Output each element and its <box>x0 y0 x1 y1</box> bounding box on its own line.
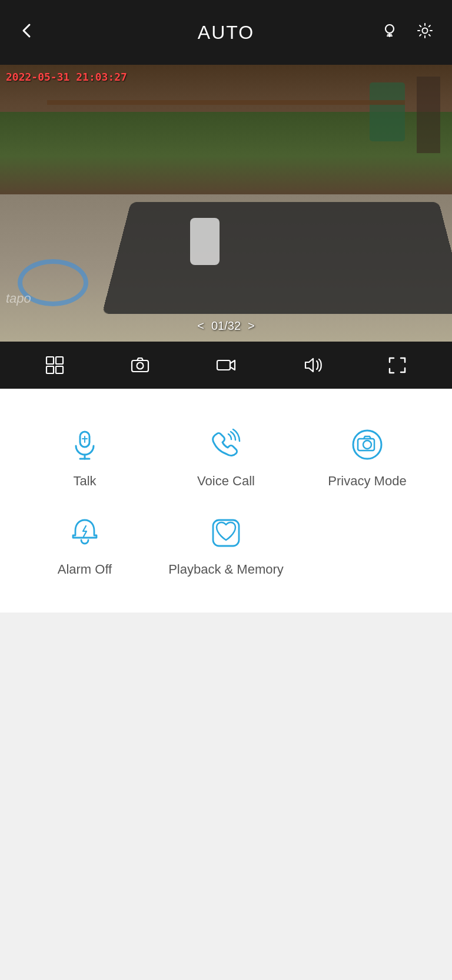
header-actions <box>380 21 434 44</box>
svg-rect-5 <box>56 366 63 373</box>
voice-call-icon <box>205 424 247 465</box>
header-title: AUTO <box>198 22 254 44</box>
audio-button[interactable] <box>294 347 330 383</box>
alarm-off-icon <box>64 512 105 554</box>
svg-rect-4 <box>46 366 54 373</box>
screenshot-button[interactable] <box>122 347 158 383</box>
bottom-area <box>0 612 452 966</box>
settings-icon[interactable] <box>416 21 434 44</box>
svg-point-0 <box>385 25 394 33</box>
camera-image <box>0 65 452 342</box>
svg-point-16 <box>363 441 371 449</box>
alarm-off-button[interactable]: Alarm Off <box>20 501 149 589</box>
privacy-mode-icon <box>347 424 388 465</box>
privacy-mode-button[interactable]: Privacy Mode <box>303 412 432 501</box>
control-bar <box>0 342 452 389</box>
features-area: Talk Voice Call <box>0 389 452 612</box>
playback-memory-button[interactable]: Playback & Memory <box>161 501 291 589</box>
voice-call-button[interactable]: Voice Call <box>161 412 291 501</box>
record-button[interactable] <box>208 347 244 383</box>
header: AUTO <box>0 0 452 65</box>
svg-rect-2 <box>46 357 54 364</box>
tapo-logo: tapo <box>6 291 31 306</box>
playback-memory-icon <box>205 512 247 554</box>
camera-timestamp: 2022-05-31 21:03:27 <box>6 71 127 83</box>
talk-icon <box>64 424 105 465</box>
fullscreen-button[interactable] <box>380 347 415 383</box>
svg-point-7 <box>137 363 144 369</box>
svg-rect-3 <box>56 357 63 364</box>
alarm-off-label: Alarm Off <box>58 562 112 577</box>
page-prev[interactable]: < <box>197 319 204 333</box>
grid-button[interactable] <box>37 347 72 383</box>
features-row2: Alarm Off Playback & Memory <box>20 501 432 589</box>
playback-memory-label: Playback & Memory <box>168 562 284 577</box>
privacy-mode-label: Privacy Mode <box>328 474 406 489</box>
page-next[interactable]: > <box>248 319 255 333</box>
page-number: 01/32 <box>211 319 241 333</box>
back-button[interactable] <box>18 21 36 44</box>
svg-point-1 <box>423 28 428 33</box>
talk-label: Talk <box>73 474 96 489</box>
features-row1: Talk Voice Call <box>20 412 432 501</box>
empty-cell <box>303 501 432 589</box>
camera-feed: 2022-05-31 21:03:27 tapo < 01/32 > <box>0 65 452 342</box>
voice-call-label: Voice Call <box>197 474 255 489</box>
light-icon[interactable] <box>380 21 399 44</box>
page-indicator: < 01/32 > <box>197 319 254 333</box>
talk-button[interactable]: Talk <box>20 412 149 501</box>
svg-rect-8 <box>217 360 230 370</box>
